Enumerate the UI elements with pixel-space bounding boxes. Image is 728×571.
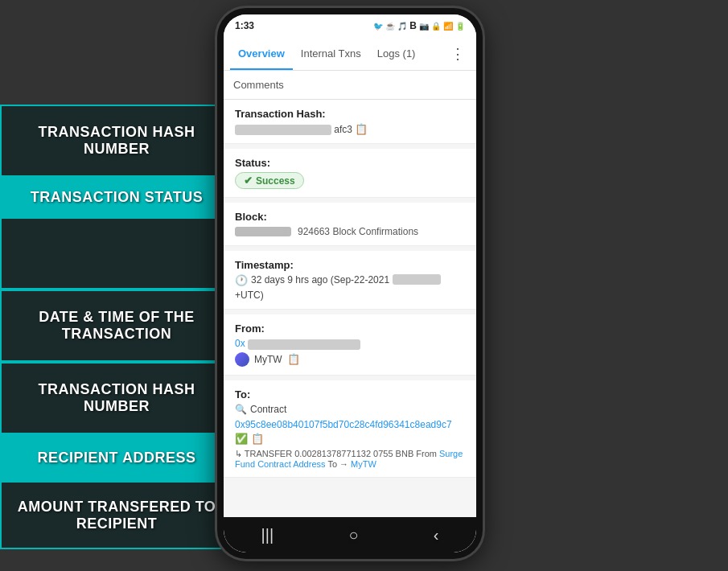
sub-tab-comments[interactable]: Comments bbox=[233, 79, 284, 91]
transfer-text: ↳ bbox=[235, 449, 245, 458]
label-tx-hash-2: TRANSACTION HASH NUMBER bbox=[0, 362, 233, 434]
to-copy-icon[interactable]: 📋 bbox=[251, 433, 264, 445]
coffee-icon: ☕ bbox=[385, 22, 395, 31]
timestamp-label: Timestamp: bbox=[235, 259, 465, 271]
from-address-blurred bbox=[248, 339, 360, 350]
label-spacer-1 bbox=[0, 217, 233, 290]
from-wallet-row: MyTW 📋 bbox=[235, 352, 465, 367]
contract-search-icon: 🔍 bbox=[235, 404, 247, 415]
to-address-value: 0x95c8ee08b40107f5bd70c28c4fd96341c8ead9… bbox=[235, 419, 452, 430]
to-verified-icon: ✅ bbox=[235, 433, 248, 445]
tab-overview[interactable]: Overview bbox=[230, 37, 293, 70]
timestamp-value: 32 days 9 hrs ago (Sep-22-2021 bbox=[251, 274, 389, 286]
to-address-row: 0x95c8ee08b40107f5bd70c28c4fd96341c8ead9… bbox=[235, 417, 465, 446]
transaction-hash-section: Transaction Hash: afc3 📋 bbox=[224, 100, 476, 144]
label-datetime: DATE & TIME OF THE TRANSACTION bbox=[0, 290, 233, 362]
clock-icon: 🕐 bbox=[235, 274, 248, 286]
tx-hash-suffix: afc3 bbox=[334, 124, 355, 135]
status-value: Success bbox=[256, 175, 295, 187]
status-icons: 🐦 ☕ 🎵 B 📷 🔒 📶 🔋 bbox=[373, 20, 465, 31]
tab-bar: Overview Internal Txns Logs (1) ⋮ bbox=[224, 37, 476, 71]
battery-icon: 🔋 bbox=[455, 22, 465, 31]
wallet-label: MyTW bbox=[254, 354, 282, 365]
phone-screen: 1:33 🐦 ☕ 🎵 B 📷 🔒 📶 🔋 Overview bbox=[224, 14, 476, 553]
transfer-label: TRANSFER 0.00281378771132 0755 BNB From bbox=[245, 449, 437, 458]
from-copy-icon[interactable]: 📋 bbox=[287, 353, 300, 365]
nav-back-button[interactable]: ‹ bbox=[434, 526, 439, 544]
camera-icon: 🎵 bbox=[397, 22, 407, 31]
from-address-prefix: 0x bbox=[235, 338, 245, 349]
twitter-icon: 🐦 bbox=[373, 22, 383, 31]
wallet-avatar bbox=[235, 352, 249, 367]
label-tx-hash-1: TRANSACTION HASH NUMBER bbox=[0, 105, 233, 177]
transfer-arrow: To → bbox=[327, 459, 351, 469]
tx-hash-copy-icon[interactable]: 📋 bbox=[355, 123, 368, 135]
content-area[interactable]: Transaction Hash: afc3 📋 Status: ✔ S bbox=[224, 100, 476, 517]
signal-icon: 📶 bbox=[443, 22, 453, 31]
contract-label: Contract bbox=[250, 404, 286, 415]
status-badge: ✔ Success bbox=[235, 172, 304, 189]
tab-logs[interactable]: Logs (1) bbox=[369, 37, 424, 70]
nav-home-button[interactable]: ○ bbox=[348, 526, 358, 544]
from-section: From: 0x MyTW 📋 bbox=[224, 314, 476, 375]
b-icon: B bbox=[409, 20, 417, 31]
status-section: Status: ✔ Success bbox=[224, 149, 476, 198]
tab-more-button[interactable]: ⋮ bbox=[446, 45, 470, 63]
block-confirmations: 924663 Block Confirmations bbox=[298, 226, 418, 237]
to-label: To: bbox=[235, 388, 465, 401]
block-row: 924663 Block Confirmations bbox=[235, 226, 465, 237]
tab-internal-txns[interactable]: Internal Txns bbox=[293, 37, 369, 70]
to-section: To: 🔍 Contract 0x95c8ee08b40107f5bd70c28… bbox=[224, 380, 476, 478]
transfer-to-link[interactable]: MyTW bbox=[351, 459, 376, 469]
block-label: Block: bbox=[235, 211, 465, 223]
phone-nav: ||| ○ ‹ bbox=[224, 517, 476, 553]
block-section: Block: 924663 Block Confirmations bbox=[224, 203, 476, 246]
status-bar: 1:33 🐦 ☕ 🎵 B 📷 🔒 📶 🔋 bbox=[224, 14, 476, 37]
status-label: Status: bbox=[235, 157, 465, 169]
sub-tab-bar: Comments bbox=[224, 71, 476, 100]
scene: TRANSACTION HASH NUMBER TRANSACTION STAT… bbox=[0, 0, 728, 571]
check-icon: ✔ bbox=[244, 175, 253, 187]
photo-icon: 📷 bbox=[419, 22, 429, 31]
from-label: From: bbox=[235, 322, 465, 335]
labels-column: TRANSACTION HASH NUMBER TRANSACTION STAT… bbox=[0, 105, 233, 549]
contract-row: 🔍 Contract bbox=[235, 404, 465, 415]
phone-frame: 1:33 🐦 ☕ 🎵 B 📷 🔒 📶 🔋 Overview bbox=[217, 8, 483, 559]
label-amount-transferred: AMOUNT TRANSFERED TO RECIPIENT bbox=[0, 481, 233, 549]
label-tx-status: TRANSACTION STATUS bbox=[0, 177, 233, 217]
tx-hash-label: Transaction Hash: bbox=[235, 108, 465, 120]
block-number-blurred bbox=[235, 227, 291, 236]
timestamp-section: Timestamp: 🕐 32 days 9 hrs ago (Sep-22-2… bbox=[224, 251, 476, 310]
label-recipient-address: RECIPIENT ADDRESS bbox=[0, 434, 233, 481]
lock-icon: 🔒 bbox=[431, 22, 441, 31]
status-badge-container: ✔ Success bbox=[235, 172, 465, 189]
tx-hash-blurred bbox=[235, 125, 331, 135]
status-time: 1:33 bbox=[235, 20, 254, 31]
timestamp-row: 🕐 32 days 9 hrs ago (Sep-22-2021 +UTC) bbox=[235, 274, 465, 301]
nav-recents-button[interactable]: ||| bbox=[261, 526, 274, 544]
tx-hash-value: afc3 📋 bbox=[235, 123, 465, 135]
from-address: 0x bbox=[235, 338, 465, 349]
transfer-row: ↳ TRANSFER 0.00281378771132 0755 BNB Fro… bbox=[235, 449, 465, 469]
timestamp-blurred bbox=[393, 274, 441, 285]
timestamp-suffix: +UTC) bbox=[235, 290, 264, 301]
